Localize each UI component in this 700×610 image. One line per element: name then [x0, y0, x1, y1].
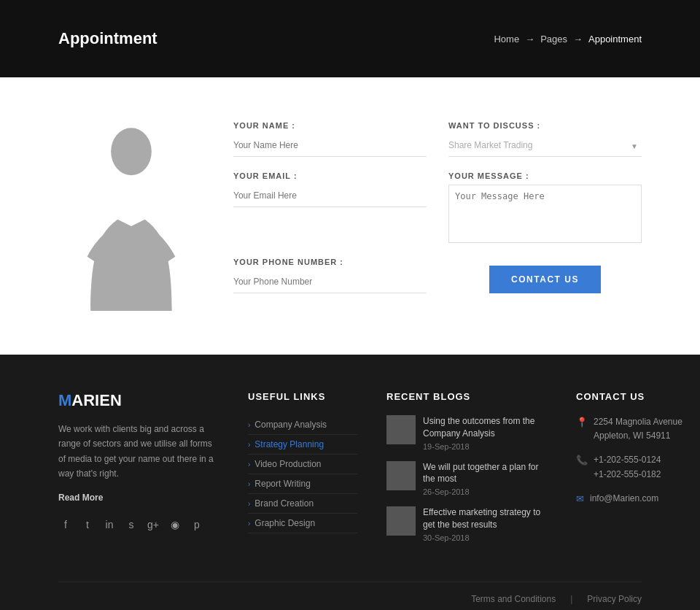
list-item[interactable]: › Brand Creation — [248, 494, 357, 514]
contact-phone-item: 📞 +1-202-555-0124+1-202-555-0182 — [576, 453, 700, 481]
dribbble-icon[interactable]: ◉ — [168, 517, 182, 532]
blog-date: 26-Sep-2018 — [423, 487, 547, 496]
message-textarea[interactable] — [448, 185, 642, 243]
name-label: YOUR NAME : — [233, 121, 427, 130]
link-label: Company Analysis — [254, 420, 327, 430]
useful-links-heading: USEFUL LINKS — [248, 391, 357, 402]
twitter-icon[interactable]: t — [80, 517, 95, 532]
brand-description: We work with clients big and across a ra… — [58, 422, 219, 482]
blog-info: Using the outcomes from the Company Anal… — [423, 415, 547, 451]
chevron-icon: › — [248, 500, 250, 508]
footer-recent-blogs: RECENT BLOGS Using the outcomes from the… — [386, 391, 547, 552]
phone-icon: 📞 — [576, 455, 588, 466]
contact-address: 2254 Magnolia AvenueAppleton, WI 54911 — [594, 415, 682, 443]
footer-useful-links: USEFUL LINKS › Company Analysis › Strate… — [248, 391, 357, 552]
blog-info: We will put together a plan for the most… — [423, 461, 547, 497]
contact-email[interactable]: info@Marien.com — [590, 492, 658, 506]
list-item[interactable]: › Graphic Design — [248, 514, 357, 533]
name-input[interactable] — [233, 134, 427, 157]
google-plus-icon[interactable]: g+ — [146, 517, 160, 532]
contact-email-item: ✉ info@Marien.com — [576, 492, 700, 506]
form-row-2: YOUR EMAIL : YOUR MESSAGE : — [233, 171, 642, 243]
chevron-icon: › — [248, 460, 250, 468]
contact-address-item: 📍 2254 Magnolia AvenueAppleton, WI 54911 — [576, 415, 700, 443]
page-title: Appointment — [58, 29, 158, 48]
chevron-icon: › — [248, 480, 250, 488]
recent-blogs-heading: RECENT BLOGS — [386, 391, 547, 402]
breadcrumb-home[interactable]: Home — [494, 34, 519, 45]
contact-heading: CONTACT US — [576, 391, 700, 402]
blog-title[interactable]: We will put together a plan for the most — [423, 461, 547, 486]
footer: MARIEN We work with clients big and acro… — [0, 355, 700, 610]
link-label: Strategy Planning — [254, 439, 324, 449]
facebook-icon[interactable]: f — [58, 517, 73, 532]
blog-title[interactable]: Using the outcomes from the Company Anal… — [423, 415, 547, 440]
form-row-1: YOUR NAME : WANT TO DISCUSS : Share Mark… — [233, 121, 642, 157]
hero-section: Appointment Home → Pages → Appointment — [0, 0, 700, 77]
blog-thumbnail — [386, 506, 416, 536]
footer-divider: | — [570, 594, 572, 604]
link-label: Brand Creation — [254, 498, 314, 509]
blog-thumbnail — [386, 415, 416, 444]
email-label: YOUR EMAIL : — [233, 171, 427, 180]
name-field-group: YOUR NAME : — [233, 121, 427, 157]
contact-us-button[interactable]: CONTACT US — [489, 266, 601, 293]
blog-item: Effective marketing strategy to get the … — [386, 506, 547, 542]
list-item[interactable]: › Strategy Planning — [248, 435, 357, 455]
breadcrumb-arrow-2: → — [573, 34, 583, 45]
link-label: Video Production — [254, 459, 321, 469]
chevron-icon: › — [248, 421, 250, 429]
message-field-group: YOUR MESSAGE : — [448, 171, 642, 243]
blog-date: 19-Sep-2018 — [423, 442, 547, 451]
footer-grid: MARIEN We work with clients big and acro… — [58, 391, 642, 552]
discuss-select-wrapper: Share Market Trading Business Consulting… — [448, 134, 642, 157]
blog-date: 30-Sep-2018 — [423, 533, 547, 542]
appointment-section: YOUR NAME : WANT TO DISCUSS : Share Mark… — [0, 77, 700, 355]
blog-info: Effective marketing strategy to get the … — [423, 506, 547, 542]
brand-suffix: ARIEN — [71, 391, 121, 409]
footer-bottom: Terms and Conditions | Privacy Policy — [58, 582, 642, 604]
message-label: YOUR MESSAGE : — [448, 171, 642, 180]
discuss-field-group: WANT TO DISCUSS : Share Market Trading B… — [448, 121, 642, 157]
brand-name: MARIEN — [58, 391, 219, 410]
useful-links-list: › Company Analysis › Strategy Planning ›… — [248, 415, 357, 533]
link-label: Graphic Design — [254, 518, 315, 528]
pinterest-icon[interactable]: p — [190, 517, 204, 532]
breadcrumb-arrow-1: → — [525, 34, 534, 45]
list-item[interactable]: › Company Analysis — [248, 415, 357, 435]
svg-point-0 — [111, 128, 152, 175]
brand-m: M — [58, 391, 71, 409]
email-field-group: YOUR EMAIL : — [233, 171, 427, 243]
submit-group: CONTACT US — [448, 258, 642, 293]
phone-label: YOUR PHONE NUMBER : — [233, 258, 427, 266]
location-icon: 📍 — [576, 417, 588, 428]
phone-field-group: YOUR PHONE NUMBER : — [233, 258, 427, 293]
blog-title[interactable]: Effective marketing strategy to get the … — [423, 506, 547, 531]
breadcrumb-pages[interactable]: Pages — [540, 34, 567, 45]
social-icons: f t in s g+ ◉ p — [58, 517, 219, 532]
list-item[interactable]: › Video Production — [248, 455, 357, 474]
footer-contact-us: CONTACT US 📍 2254 Magnolia AvenueAppleto… — [576, 391, 700, 552]
discuss-label: WANT TO DISCUSS : — [448, 121, 642, 130]
person-silhouette — [73, 121, 190, 311]
email-input[interactable] — [233, 185, 427, 207]
phone-input[interactable] — [233, 271, 427, 293]
blog-thumbnail — [386, 461, 416, 490]
read-more-link[interactable]: Read More — [58, 493, 103, 503]
list-item[interactable]: › Report Writing — [248, 474, 357, 494]
discuss-select[interactable]: Share Market Trading Business Consulting… — [448, 134, 642, 157]
email-icon: ✉ — [576, 493, 584, 504]
link-label: Report Writing — [254, 479, 310, 489]
contact-phones: +1-202-555-0124+1-202-555-0182 — [594, 453, 661, 481]
chevron-icon: › — [248, 520, 250, 528]
breadcrumb-current: Appointment — [588, 34, 642, 45]
breadcrumb: Home → Pages → Appointment — [494, 34, 642, 45]
blog-item: We will put together a plan for the most… — [386, 461, 547, 497]
form-row-3: YOUR PHONE NUMBER : CONTACT US — [233, 258, 642, 293]
skype-icon[interactable]: s — [124, 517, 139, 532]
terms-link[interactable]: Terms and Conditions — [471, 594, 556, 604]
linkedin-icon[interactable]: in — [102, 517, 117, 532]
footer-brand: MARIEN We work with clients big and acro… — [58, 391, 219, 552]
appointment-form: YOUR NAME : WANT TO DISCUSS : Share Mark… — [233, 121, 642, 311]
privacy-link[interactable]: Privacy Policy — [587, 594, 642, 604]
